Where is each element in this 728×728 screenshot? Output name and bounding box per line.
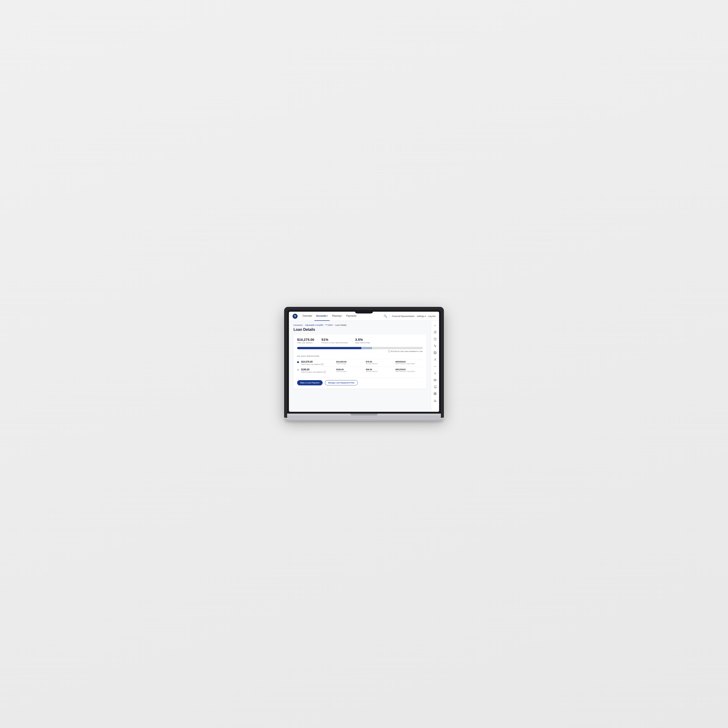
right-sidebar: « <box>431 321 439 412</box>
svg-point-5 <box>435 366 435 367</box>
laptop-base <box>287 414 441 418</box>
make-loan-payment-button[interactable]: Make a Loan Payment <box>297 380 323 385</box>
logo-text: N <box>294 315 296 317</box>
document-icon[interactable] <box>433 336 438 342</box>
laptop-hinge <box>350 414 378 415</box>
stats-card: $10,275.00 Total Loan Balance 51% Percen… <box>294 335 426 388</box>
info-icon-1: i <box>321 363 324 366</box>
nav-overview[interactable]: Overview <box>301 312 314 321</box>
balance-amount-1: $10,079.00 <box>301 361 334 363</box>
progress-container: i $10,000.00 Cash Value Available for Lo… <box>297 347 423 352</box>
info-icon: i <box>388 350 390 352</box>
progress-bar-mid <box>361 347 371 349</box>
balance-row-2: $196.00 Total Premium Loan Balance i $16… <box>297 367 423 375</box>
breadcrumb-policy[interactable]: Adjustable Complife · ****2903 <box>305 324 333 326</box>
book-icon[interactable] <box>433 384 438 390</box>
percent-borrowed-stat: 51% Percent of Cash Value Borrowed <box>321 338 348 344</box>
laptop-notch <box>355 310 373 314</box>
balance-main-1: $10,079.00 Total Policy Loan Balance i <box>301 361 334 366</box>
content-area: Insurance › Adjustable Complife · ****29… <box>289 321 431 412</box>
svg-point-4 <box>434 366 434 367</box>
balance-dot-blue <box>297 361 299 363</box>
financial-rep-link[interactable]: Financial Representative <box>392 315 414 317</box>
nav-right: 🔍 Financial Representative Settings ▾ Lo… <box>384 314 436 318</box>
breadcrumb-sep-2: › <box>333 324 334 326</box>
eye-icon[interactable] <box>433 377 438 383</box>
balance-col-accrued-1: $79.00 Accrued Interest <box>366 361 393 364</box>
laptop-screen-outer: N Overview Accounts ▾ Planning ▾ <box>284 307 444 418</box>
dots-icon[interactable] <box>433 364 438 369</box>
svg-point-10 <box>435 379 436 380</box>
total-loan-balance-stat: $10,275.00 Total Loan Balance <box>297 338 314 344</box>
daily-interest-value: 3.5% <box>355 338 370 341</box>
nav-planning[interactable]: Planning ▾ <box>330 312 344 321</box>
person-icon[interactable] <box>433 357 438 362</box>
svg-point-0 <box>436 331 436 332</box>
balance-col-date-1: 08/20/2023 When Interest is Next Billed <box>395 361 423 364</box>
balance-row-1: $10,079.00 Total Policy Loan Balance i $… <box>297 359 423 367</box>
settings-label: Settings <box>417 315 424 317</box>
total-loan-balance-label: Total Loan Balance <box>297 342 314 344</box>
chart-icon[interactable] <box>433 343 438 349</box>
nav-payments-label: Payments <box>346 315 356 317</box>
daily-interest-stat: 3.5% Daily Interest Rate <box>355 338 370 344</box>
progress-note-text: $10,000.00 Cash Value Available for Loan <box>391 350 423 352</box>
download-icon[interactable] <box>433 398 438 403</box>
percent-borrowed-label: Percent of Cash Value Borrowed <box>321 342 348 344</box>
balance-main-2: $196.00 Total Premium Loan Balance i <box>301 368 334 373</box>
manage-loan-repayment-button[interactable]: Manage Loan Repayment Plan <box>325 380 358 385</box>
svg-point-2 <box>434 352 435 352</box>
settings-link[interactable]: Settings ▾ <box>417 315 426 317</box>
bar-chart-icon[interactable] <box>433 370 438 376</box>
breadcrumb-insurance[interactable]: Insurance <box>294 324 303 326</box>
notification-icon[interactable] <box>433 329 438 335</box>
svg-point-3 <box>435 359 436 359</box>
nav-accounts[interactable]: Accounts ▾ <box>314 312 330 321</box>
search-icon[interactable]: 🔍 <box>384 314 387 318</box>
progress-bar-fill <box>297 347 361 349</box>
balance-amount-2: $196.00 <box>301 368 334 371</box>
nav-items: Overview Accounts ▾ Planning ▾ Payments <box>301 312 358 321</box>
total-loan-balance-value: $10,275.00 <box>297 338 314 341</box>
percent-borrowed-value: 51% <box>321 338 348 341</box>
nav-logo: N <box>292 314 298 319</box>
laptop-screen-bezel: N Overview Accounts ▾ Planning ▾ <box>287 310 441 414</box>
buttons-row: Make a Loan Payment Manage Loan Repaymen… <box>297 378 423 385</box>
collapse-icon[interactable]: « <box>433 323 438 328</box>
daily-interest-label: Daily Interest Rate <box>355 342 370 344</box>
svg-rect-14 <box>436 394 436 395</box>
balance-breakdown-label: BALANCE BREAKDOWN <box>297 355 423 357</box>
laptop-stand <box>284 418 444 421</box>
balance-name-1: Total Policy Loan Balance i <box>301 363 334 366</box>
balance-col-principal-1: $10,000.00 Loan Principal <box>336 361 364 364</box>
stats-row: $10,275.00 Total Loan Balance 51% Percen… <box>297 338 423 344</box>
page-title: Loan Details <box>294 327 426 332</box>
laptop-wrapper: N Overview Accounts ▾ Planning ▾ <box>284 307 444 421</box>
nav-overview-label: Overview <box>303 315 312 317</box>
main-area: Insurance › Adjustable Complife · ****29… <box>289 321 439 412</box>
nav-accounts-label: Accounts <box>316 315 327 317</box>
breadcrumb-current: Loan Details <box>335 324 347 326</box>
svg-rect-11 <box>434 392 435 393</box>
balance-col-accrued-2: $36.00 Accrued Interest <box>366 368 393 372</box>
nav-planning-label: Planning <box>332 315 341 317</box>
accounts-chevron-icon: ▾ <box>327 315 328 317</box>
balance-name-2: Total Premium Loan Balance i <box>301 371 334 373</box>
balance-col-principal-2: $160.00 Loan Principal <box>336 368 364 372</box>
info-icon-2: i <box>324 371 326 373</box>
svg-rect-12 <box>436 392 436 393</box>
svg-rect-13 <box>434 394 435 395</box>
logout-link[interactable]: Log Out <box>428 315 436 317</box>
breadcrumb: Insurance › Adjustable Complife · ****29… <box>294 324 426 326</box>
balance-col-date-2: 08/12/2023 When Interest is Next Billed <box>395 368 423 372</box>
svg-point-6 <box>436 366 436 367</box>
balance-dot-gray <box>297 369 299 371</box>
image-icon[interactable] <box>433 350 438 355</box>
progress-note: i $10,000.00 Cash Value Available for Lo… <box>297 350 423 352</box>
progress-bar <box>297 347 423 349</box>
grid-icon[interactable] <box>433 391 438 396</box>
settings-chevron-icon: ▾ <box>425 315 426 317</box>
breadcrumb-sep-1: › <box>303 324 304 326</box>
progress-bar-rest <box>372 347 423 349</box>
laptop-screen: N Overview Accounts ▾ Planning ▾ <box>289 312 439 412</box>
